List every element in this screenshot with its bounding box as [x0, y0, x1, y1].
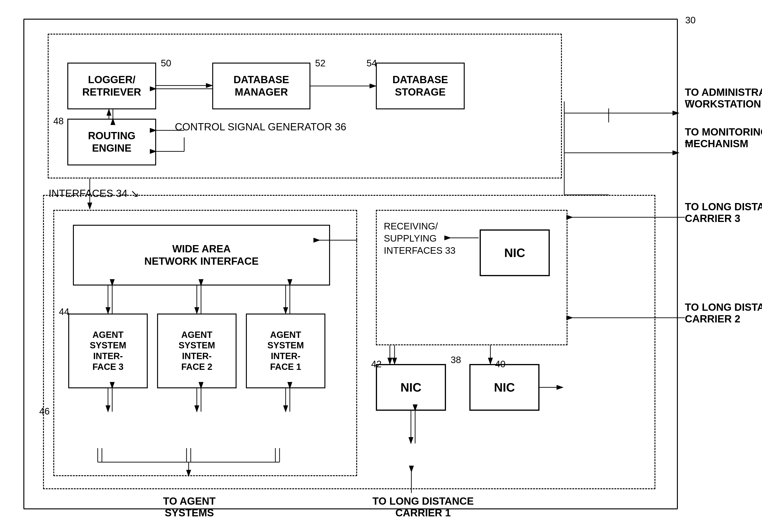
outer-arrows [14, 9, 762, 532]
